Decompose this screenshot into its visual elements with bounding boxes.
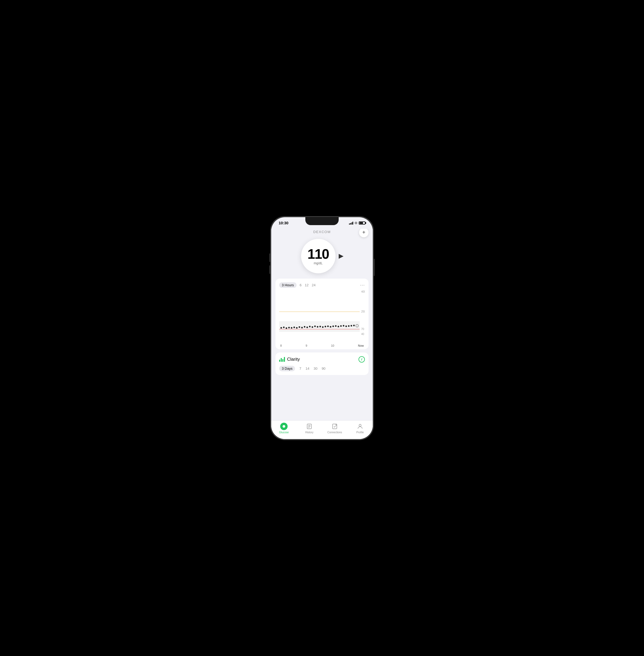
- svg-point-17: [317, 326, 318, 328]
- chart-more-button[interactable]: ···: [360, 282, 365, 288]
- glucose-value: 110: [307, 247, 329, 261]
- svg-point-21: [327, 326, 329, 327]
- power-button: [374, 259, 375, 276]
- svg-point-10: [299, 326, 300, 328]
- chart-tab-12[interactable]: 12: [305, 283, 308, 287]
- app-header: DEXCOM +: [271, 229, 373, 236]
- info-label: i: [361, 357, 362, 361]
- nav-item-profile[interactable]: Profile: [347, 423, 373, 434]
- chart-label-now: Now: [358, 344, 364, 347]
- svg-point-5: [286, 327, 288, 329]
- svg-point-14: [309, 326, 310, 327]
- svg-point-13: [306, 327, 308, 328]
- clarity-bars-icon: [279, 357, 285, 362]
- clarity-tab-14[interactable]: 14: [306, 367, 309, 371]
- svg-point-6: [288, 327, 290, 328]
- phone-frame: 10:30 ⊖ DEXCOM +: [270, 216, 374, 440]
- svg-point-3: [280, 327, 282, 329]
- clarity-header: Clarity i: [279, 356, 365, 363]
- bottom-nav: Glucose History: [271, 420, 373, 439]
- svg-point-31: [353, 325, 355, 326]
- connections-nav-icon: [331, 423, 338, 430]
- svg-point-16: [314, 326, 316, 327]
- nav-item-history[interactable]: History: [297, 423, 322, 434]
- chart-label-10: 10: [331, 344, 334, 347]
- history-nav-icon: [306, 423, 313, 430]
- svg-point-22: [330, 326, 331, 328]
- svg-point-25: [338, 326, 339, 327]
- svg-point-9: [296, 327, 298, 329]
- chart-svg: 400 250 70 40: [279, 290, 365, 343]
- svg-point-30: [350, 325, 352, 327]
- chart-tab-3hours[interactable]: 3 Hours: [279, 282, 297, 288]
- glucose-circle[interactable]: 110 mg/dL: [301, 239, 336, 273]
- svg-point-23: [332, 326, 334, 327]
- nav-item-glucose[interactable]: Glucose: [271, 423, 297, 434]
- glucose-unit: mg/dL: [314, 261, 323, 265]
- glucose-trend-arrow: ▶: [339, 253, 343, 260]
- notch: [305, 217, 339, 225]
- svg-point-19: [322, 326, 324, 328]
- svg-text:70: 70: [361, 327, 364, 330]
- svg-point-18: [319, 326, 321, 327]
- add-button[interactable]: +: [359, 229, 369, 237]
- battery-icon: [359, 221, 365, 224]
- glucose-circle-icon: [280, 423, 288, 430]
- svg-point-28: [345, 326, 347, 327]
- chart-label-8: 8: [280, 344, 282, 347]
- status-time: 10:30: [279, 221, 289, 225]
- phone-screen: 10:30 ⊖ DEXCOM +: [271, 217, 373, 439]
- svg-point-26: [340, 325, 342, 327]
- clarity-tab-3days[interactable]: 3 Days: [279, 366, 295, 371]
- svg-point-4: [283, 327, 285, 328]
- svg-point-24: [335, 325, 337, 327]
- glucose-section: 110 mg/dL ▶: [271, 236, 373, 279]
- clarity-title-row: Clarity: [279, 357, 300, 362]
- chart-tabs: 3 Hours 6 12 24 ···: [279, 282, 365, 288]
- nav-item-connections[interactable]: Connections: [322, 423, 347, 434]
- svg-point-8: [294, 327, 295, 328]
- clarity-tab-7[interactable]: 7: [299, 367, 301, 371]
- glucose-row: 110 mg/dL ▶: [301, 239, 343, 273]
- svg-point-12: [304, 326, 305, 328]
- wifi-icon: ⊖: [354, 221, 358, 225]
- clarity-tabs: 3 Days 7 14 30 90: [279, 366, 365, 371]
- volume-up-button: [269, 254, 270, 262]
- chart-card: 3 Hours 6 12 24 ···: [275, 279, 369, 349]
- svg-point-11: [301, 327, 303, 328]
- svg-text:40: 40: [361, 332, 364, 335]
- svg-point-15: [312, 326, 313, 328]
- clarity-title: Clarity: [287, 357, 300, 362]
- chart-tab-6[interactable]: 6: [300, 283, 302, 287]
- nav-label-history: History: [305, 431, 313, 434]
- clarity-tab-90[interactable]: 90: [322, 367, 325, 371]
- signal-icon: [349, 221, 353, 224]
- svg-text:250: 250: [361, 310, 365, 313]
- status-icons: ⊖: [349, 221, 366, 225]
- volume-down-button: [269, 265, 270, 274]
- svg-point-45: [359, 424, 361, 427]
- svg-point-7: [291, 327, 292, 329]
- nav-label-connections: Connections: [327, 431, 342, 434]
- info-circle[interactable]: i: [359, 356, 365, 363]
- svg-point-20: [325, 326, 326, 327]
- chart-x-labels: 8 9 10 Now: [279, 343, 365, 347]
- svg-point-27: [343, 325, 344, 327]
- profile-nav-icon: [356, 423, 364, 430]
- nav-label-profile: Profile: [356, 431, 364, 434]
- svg-text:400: 400: [361, 290, 365, 293]
- app-content: DEXCOM + 110 mg/dL ▶ 3 Hours: [271, 229, 373, 439]
- scrollable-content: 3 Hours 6 12 24 ···: [271, 279, 373, 420]
- svg-point-29: [348, 325, 349, 327]
- app-title: DEXCOM: [313, 230, 331, 234]
- chart-label-9: 9: [306, 344, 307, 347]
- chart-area: 400 250 70 40: [279, 290, 365, 343]
- nav-label-glucose: Glucose: [279, 431, 289, 434]
- clarity-tab-30[interactable]: 30: [314, 367, 317, 371]
- chart-tab-24[interactable]: 24: [312, 283, 315, 287]
- clarity-card: Clarity i 3 Days 7 14 30 90: [275, 352, 369, 375]
- glucose-nav-icon: [280, 423, 288, 430]
